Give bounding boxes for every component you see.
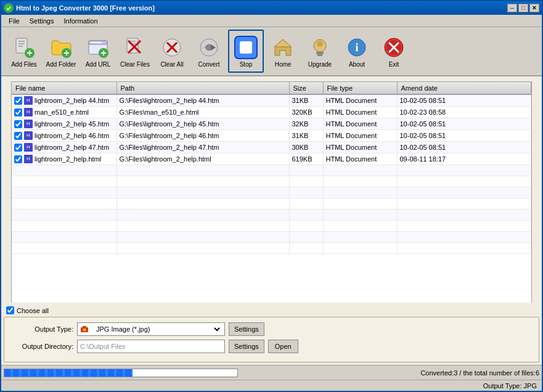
svg-rect-33 [316,52,324,54]
cell-path: G:\Files\lightroom_2_help.html [116,153,289,165]
app-icon [4,3,14,13]
svg-rect-7 [29,51,30,55]
close-button[interactable]: ✕ [529,4,539,12]
col-path: Path [116,82,289,94]
svg-marker-30 [274,39,292,47]
row-checkbox[interactable] [14,155,22,163]
clear-all-button[interactable]: Clear All [154,30,190,73]
file-table: File name Path Size File type Amend date… [12,82,531,254]
maximize-button[interactable]: □ [518,4,528,12]
filename-text: lightroom_2_help 46.htm [35,132,109,139]
output-dir-open-button[interactable]: Open [268,340,298,353]
stop-button[interactable]: Stop [228,30,264,73]
table-row-empty [12,243,531,254]
cell-filename: H man_e510_e.html [12,107,116,118]
file-type-icon: H [24,143,33,152]
output-type-dropdown[interactable]: JPG Image (*.jpg) [94,325,222,333]
about-icon: i [345,35,369,60]
output-panel: Output Type: JPG Image (*.jpg) Settings … [4,317,539,362]
cell-path: G:\Files\lightroom_2_help 44.htm [116,94,289,107]
table-row-empty [12,210,531,221]
svg-point-0 [6,5,12,11]
convert-icon [197,35,221,60]
exit-icon [382,35,406,60]
add-url-label: Add URL [86,61,111,68]
title-bar: Html to Jpeg Converter 3000 [Free versio… [1,1,542,15]
row-checkbox[interactable] [14,108,22,116]
stop-icon [234,35,258,60]
filename-text: lightroom_2_help 47.htm [35,144,109,151]
cell-path: G:\Files\lightroom_2_help 46.htm [116,130,289,142]
cell-size: 31KB [289,130,323,142]
svg-rect-28 [240,41,252,54]
minimize-button[interactable]: ─ [507,4,517,12]
title-text: Html to Jpeg Converter 3000 [Free versio… [16,4,155,12]
svg-rect-13 [91,42,102,43]
about-button[interactable]: i About [339,30,375,73]
filename-text: lightroom_2_help 44.htm [35,97,109,104]
svg-rect-4 [18,46,23,47]
upgrade-button[interactable]: Upgrade [302,30,338,73]
progress-fill [4,369,133,377]
menu-information[interactable]: Information [59,16,102,26]
add-folder-button[interactable]: Add Folder [43,30,79,73]
output-type-settings-button[interactable]: Settings [229,322,264,336]
choose-all-label: Choose all [17,307,49,314]
cell-path: G:\Files\lightroom_2_help 47.htm [116,142,289,153]
cell-filetype: HTML Document [323,107,397,118]
svg-point-32 [317,41,323,47]
cell-filetype: HTML Document [323,130,397,142]
menu-file[interactable]: File [4,16,25,26]
progress-area: Converted:3 / the total number of files:… [1,365,542,380]
cell-filetype: HTML Document [323,142,397,153]
exit-button[interactable]: Exit [376,30,412,73]
table-row: H man_e510_e.html G:\Files\man_e510_e.ht… [12,107,531,118]
row-checkbox[interactable] [14,132,22,140]
progress-bar [4,369,238,377]
table-row: H lightroom_2_help 45.htm G:\Files\light… [12,118,531,130]
menu-settings[interactable]: Settings [25,16,59,26]
clear-all-icon [160,35,184,60]
cell-size: 32KB [289,118,323,130]
convert-label: Convert [198,61,219,68]
col-amend-date: Amend date [397,82,531,94]
home-button[interactable]: Home [265,30,301,73]
file-type-icon: H [24,120,33,128]
svg-rect-16 [103,51,104,55]
upgrade-label: Upgrade [308,61,332,68]
about-label: About [349,61,365,68]
svg-text:i: i [355,41,358,54]
filename-text: lightroom_2_help 45.htm [35,120,109,128]
row-checkbox[interactable] [14,120,22,128]
file-type-icon: H [24,155,33,163]
add-files-label: Add Files [11,61,37,68]
home-icon [271,35,295,60]
col-filename: File name [12,82,116,94]
convert-button[interactable]: Convert [191,30,227,73]
add-url-button[interactable]: Add URL [80,30,116,73]
toolbar: Add Files Add Folder [1,27,542,76]
cell-filename: H lightroom_2_help 47.htm [12,142,116,153]
col-size: Size [289,82,323,94]
cell-size: 320KB [289,107,323,118]
add-files-icon [12,35,36,60]
cell-amend-date: 10-02-05 08:51 [397,130,531,142]
home-label: Home [275,61,292,68]
upgrade-icon [308,35,332,60]
output-dir-input[interactable] [77,340,225,353]
row-checkbox[interactable] [14,97,22,105]
svg-rect-34 [317,54,322,56]
choose-all-checkbox[interactable] [6,306,14,314]
svg-rect-41 [83,326,86,328]
cell-size: 619KB [289,153,323,165]
table-row: H lightroom_2_help 46.htm G:\Files\light… [12,130,531,142]
cell-filetype: HTML Document [323,118,397,130]
cell-amend-date: 10-02-05 08:51 [397,118,531,130]
output-dir-settings-button[interactable]: Settings [229,340,264,353]
add-files-button[interactable]: Add Files [6,30,42,73]
row-checkbox[interactable] [14,144,22,152]
col-filetype: File type [323,82,397,94]
clear-files-button[interactable]: Clear Files [117,30,153,73]
add-folder-icon [49,35,73,60]
svg-rect-2 [18,41,25,42]
